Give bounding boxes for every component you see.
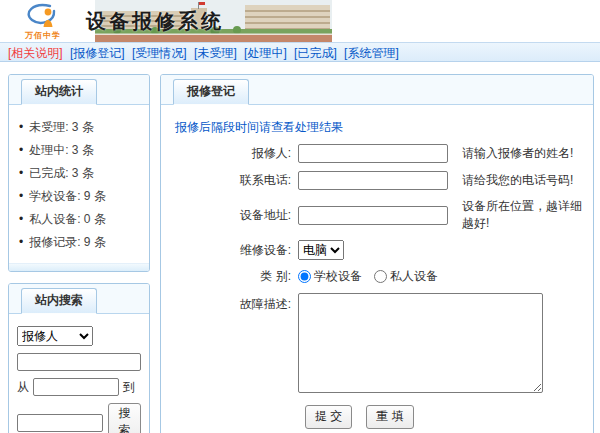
- search-panel: 站内搜索 报修人 从 到 搜索: [8, 283, 150, 433]
- repair-panel-title: 报修登记: [173, 79, 249, 105]
- category-radio-group: 学校设备 私人设备: [298, 268, 438, 285]
- reporter-hint: 请输入报修者的姓名!: [462, 145, 573, 162]
- phone-hint: 请给我您的电话号码!: [462, 172, 573, 189]
- reset-button[interactable]: 重 填: [366, 405, 413, 429]
- search-from-label: 从: [17, 379, 29, 396]
- nav-item-processing[interactable]: [处理中]: [244, 46, 287, 60]
- main-nav: [相关说明] [报修登记] [受理情况] [未受理] [处理中] [已完成] […: [0, 42, 600, 62]
- stats-panel-header: 站内统计: [9, 75, 149, 105]
- stat-item-school-devices: 学校设备: 9 条: [17, 188, 143, 205]
- content-area: 站内统计 未受理: 3 条 处理中: 3 条 已完成: 3 条 学校设备: 9 …: [0, 62, 600, 433]
- device-label: 维修设备:: [173, 242, 298, 259]
- category-radio-school[interactable]: [298, 270, 311, 283]
- nav-item-system-admin[interactable]: [系统管理]: [344, 46, 399, 60]
- reporter-row: 报修人: 请输入报修者的姓名!: [173, 144, 583, 163]
- address-input[interactable]: [298, 206, 448, 225]
- app-header: 万佰中学: [0, 0, 600, 42]
- stats-panel-title: 站内统计: [21, 79, 97, 105]
- search-to-input[interactable]: [17, 414, 103, 432]
- search-button[interactable]: 搜索: [108, 403, 141, 433]
- nav-item-acceptance-status[interactable]: [受理情况]: [132, 46, 187, 60]
- category-option-school[interactable]: 学校设备: [298, 268, 362, 285]
- description-row: 故障描述:: [173, 293, 583, 393]
- phone-label: 联系电话:: [173, 172, 298, 189]
- address-label: 设备地址:: [173, 207, 298, 224]
- search-form: 报修人 从 到 搜索: [9, 314, 149, 433]
- search-field-select[interactable]: 报修人: [17, 326, 93, 346]
- repair-form-panel: 报修登记 报修后隔段时间请查看处理结果 报修人: 请输入报修者的姓名! 联系电话…: [160, 74, 594, 433]
- reporter-input[interactable]: [298, 144, 448, 163]
- school-logo: 万佰中学: [12, 1, 74, 41]
- stat-item-private-devices: 私人设备: 0 条: [17, 211, 143, 228]
- reporter-label: 报修人:: [173, 145, 298, 162]
- repair-form: 报修人: 请输入报修者的姓名! 联系电话: 请给我您的电话号码! 设备地址: 设…: [173, 144, 583, 429]
- sidebar: 站内统计 未受理: 3 条 处理中: 3 条 已完成: 3 条 学校设备: 9 …: [8, 74, 150, 433]
- page: 万佰中学: [0, 0, 600, 433]
- nav-item-repair-register[interactable]: [报修登记]: [70, 46, 125, 60]
- page-title: 设备报修系统: [86, 8, 224, 35]
- search-keyword-input[interactable]: [17, 353, 141, 371]
- submit-button[interactable]: 提 交: [305, 405, 352, 429]
- stats-panel: 站内统计 未受理: 3 条 处理中: 3 条 已完成: 3 条 学校设备: 9 …: [8, 74, 150, 272]
- device-type-select[interactable]: 电脑: [298, 240, 344, 260]
- category-label: 类 别:: [173, 268, 298, 285]
- search-range-row: 从 到: [17, 378, 141, 396]
- device-row: 维修设备: 电脑: [173, 240, 583, 260]
- search-to-label: 到: [123, 379, 135, 396]
- stat-item-completed: 已完成: 3 条: [17, 165, 143, 182]
- search-from-input[interactable]: [33, 378, 119, 396]
- form-buttons-row: 提 交 重 填: [305, 405, 583, 429]
- nav-item-not-accepted[interactable]: [未受理]: [194, 46, 237, 60]
- category-option-private[interactable]: 私人设备: [374, 268, 438, 285]
- stats-list: 未受理: 3 条 处理中: 3 条 已完成: 3 条 学校设备: 9 条 私人设…: [9, 105, 149, 263]
- stat-item-repair-records: 报修记录: 9 条: [17, 234, 143, 251]
- stat-item-processing: 处理中: 3 条: [17, 142, 143, 159]
- search-panel-header: 站内搜索: [9, 284, 149, 314]
- search-go-row: 搜索: [17, 403, 141, 433]
- address-hint: 设备所在位置，越详细越好!: [462, 198, 583, 232]
- category-radio-private[interactable]: [374, 270, 387, 283]
- fault-description-textarea[interactable]: [298, 293, 543, 393]
- nav-item-completed[interactable]: [已完成]: [294, 46, 337, 60]
- repair-form-body: 报修后隔段时间请查看处理结果 报修人: 请输入报修者的姓名! 联系电话: 请给我…: [161, 105, 593, 433]
- address-row: 设备地址: 设备所在位置，越详细越好!: [173, 198, 583, 232]
- category-row: 类 别: 学校设备 私人设备: [173, 268, 583, 285]
- nav-item-instructions[interactable]: [相关说明]: [8, 46, 63, 60]
- repair-panel-header: 报修登记: [161, 75, 593, 105]
- phone-row: 联系电话: 请给我您的电话号码!: [173, 171, 583, 190]
- search-panel-title: 站内搜索: [21, 288, 97, 314]
- description-label: 故障描述:: [173, 293, 298, 313]
- phone-input[interactable]: [298, 171, 448, 190]
- logo-swirl-icon: [17, 1, 69, 29]
- result-check-notice: 报修后隔段时间请查看处理结果: [175, 119, 583, 136]
- stats-panel-footer: [9, 263, 149, 271]
- logo-text: 万佰中学: [12, 30, 74, 41]
- stat-item-not-accepted: 未受理: 3 条: [17, 119, 143, 136]
